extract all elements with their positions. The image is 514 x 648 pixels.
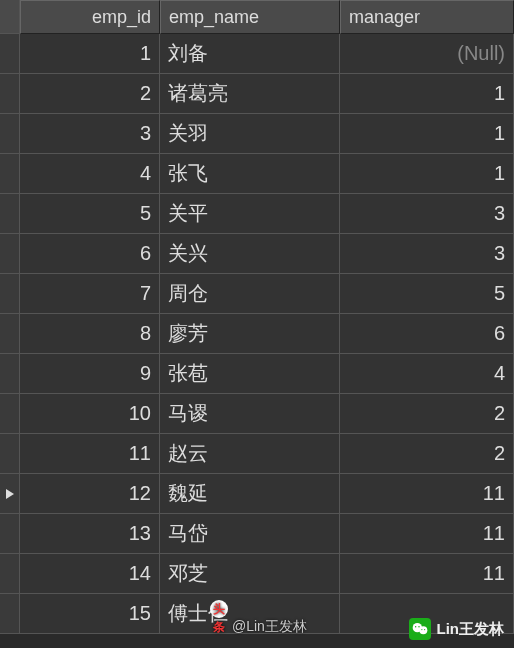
cell-emp-name[interactable]: 周仓: [160, 274, 340, 314]
row-gutter[interactable]: [0, 394, 20, 434]
row-gutter[interactable]: [0, 114, 20, 154]
null-value: (Null): [457, 42, 505, 65]
cell-emp-name[interactable]: 关平: [160, 194, 340, 234]
cell-emp-id[interactable]: 9: [20, 354, 160, 394]
row-gutter[interactable]: [0, 594, 20, 634]
cell-emp-id[interactable]: 2: [20, 74, 160, 114]
cell-manager[interactable]: 2: [340, 394, 514, 434]
cell-emp-name[interactable]: 张苞: [160, 354, 340, 394]
row-gutter[interactable]: [0, 474, 20, 514]
table-row[interactable]: 11赵云2: [0, 434, 514, 474]
cell-manager[interactable]: 2: [340, 434, 514, 474]
cell-emp-id[interactable]: 6: [20, 234, 160, 274]
cell-manager[interactable]: 3: [340, 234, 514, 274]
cell-emp-id[interactable]: 8: [20, 314, 160, 354]
cell-manager[interactable]: 1: [340, 74, 514, 114]
cell-emp-id[interactable]: 7: [20, 274, 160, 314]
cell-emp-name[interactable]: 诸葛亮: [160, 74, 340, 114]
table-row[interactable]: 2诸葛亮1: [0, 74, 514, 114]
cell-emp-id[interactable]: 1: [20, 34, 160, 74]
cell-emp-name[interactable]: 马谡: [160, 394, 340, 434]
cell-emp-name[interactable]: 马岱: [160, 514, 340, 554]
table-row[interactable]: 8廖芳6: [0, 314, 514, 354]
column-header-emp-name[interactable]: emp_name: [160, 0, 340, 34]
row-gutter[interactable]: [0, 274, 20, 314]
row-gutter[interactable]: [0, 234, 20, 274]
cell-emp-id[interactable]: 14: [20, 554, 160, 594]
cell-manager[interactable]: 6: [340, 314, 514, 354]
cell-manager[interactable]: (Null): [340, 34, 514, 74]
cell-emp-name[interactable]: 魏延: [160, 474, 340, 514]
column-label: emp_id: [92, 7, 151, 28]
cell-manager[interactable]: 1: [340, 154, 514, 194]
table-row[interactable]: 9张苞4: [0, 354, 514, 394]
cell-emp-id[interactable]: 15: [20, 594, 160, 634]
row-gutter[interactable]: [0, 194, 20, 234]
cell-emp-id[interactable]: 10: [20, 394, 160, 434]
cell-manager[interactable]: 1: [340, 114, 514, 154]
cell-emp-id[interactable]: 11: [20, 434, 160, 474]
cell-emp-name[interactable]: 关兴: [160, 234, 340, 274]
cell-manager[interactable]: 5: [340, 274, 514, 314]
table-row[interactable]: 14邓芝11: [0, 554, 514, 594]
table-row[interactable]: 1刘备(Null): [0, 34, 514, 74]
row-gutter[interactable]: [0, 34, 20, 74]
current-row-indicator-icon: [5, 488, 15, 500]
header-row: emp_id emp_name manager: [0, 0, 514, 34]
table-row[interactable]: 6关兴3: [0, 234, 514, 274]
column-header-emp-id[interactable]: emp_id: [20, 0, 160, 34]
table-row[interactable]: 5关平3: [0, 194, 514, 234]
cell-emp-id[interactable]: 4: [20, 154, 160, 194]
cell-emp-id[interactable]: 13: [20, 514, 160, 554]
cell-emp-name[interactable]: 赵云: [160, 434, 340, 474]
table-row[interactable]: 13马岱11: [0, 514, 514, 554]
cell-manager[interactable]: 11: [340, 554, 514, 594]
cell-emp-name[interactable]: 傅士仁: [160, 594, 340, 634]
column-label: manager: [349, 7, 420, 28]
cell-emp-name[interactable]: 邓芝: [160, 554, 340, 594]
cell-emp-id[interactable]: 5: [20, 194, 160, 234]
cell-manager[interactable]: 4: [340, 354, 514, 394]
row-gutter[interactable]: [0, 354, 20, 394]
table-row[interactable]: 4张飞1: [0, 154, 514, 194]
row-gutter[interactable]: [0, 314, 20, 354]
row-gutter[interactable]: [0, 154, 20, 194]
cell-emp-name[interactable]: 廖芳: [160, 314, 340, 354]
table-row[interactable]: 10马谡2: [0, 394, 514, 434]
cell-emp-id[interactable]: 12: [20, 474, 160, 514]
column-header-manager[interactable]: manager: [340, 0, 514, 34]
data-grid[interactable]: emp_id emp_name manager 1刘备(Null)2诸葛亮13关…: [0, 0, 514, 634]
cell-manager[interactable]: 11: [340, 474, 514, 514]
table-row[interactable]: 3关羽1: [0, 114, 514, 154]
cell-manager[interactable]: 3: [340, 194, 514, 234]
cell-manager[interactable]: [340, 594, 514, 634]
cell-emp-name[interactable]: 张飞: [160, 154, 340, 194]
cell-emp-name[interactable]: 关羽: [160, 114, 340, 154]
cell-emp-id[interactable]: 3: [20, 114, 160, 154]
table-row[interactable]: 7周仓5: [0, 274, 514, 314]
row-gutter[interactable]: [0, 514, 20, 554]
row-gutter[interactable]: [0, 554, 20, 594]
column-label: emp_name: [169, 7, 259, 28]
row-gutter[interactable]: [0, 434, 20, 474]
cell-manager[interactable]: 11: [340, 514, 514, 554]
row-gutter[interactable]: [0, 74, 20, 114]
svg-marker-0: [6, 489, 14, 499]
cell-emp-name[interactable]: 刘备: [160, 34, 340, 74]
row-header-corner: [0, 0, 20, 34]
table-row[interactable]: 12魏延11: [0, 474, 514, 514]
table-row[interactable]: 15傅士仁: [0, 594, 514, 634]
